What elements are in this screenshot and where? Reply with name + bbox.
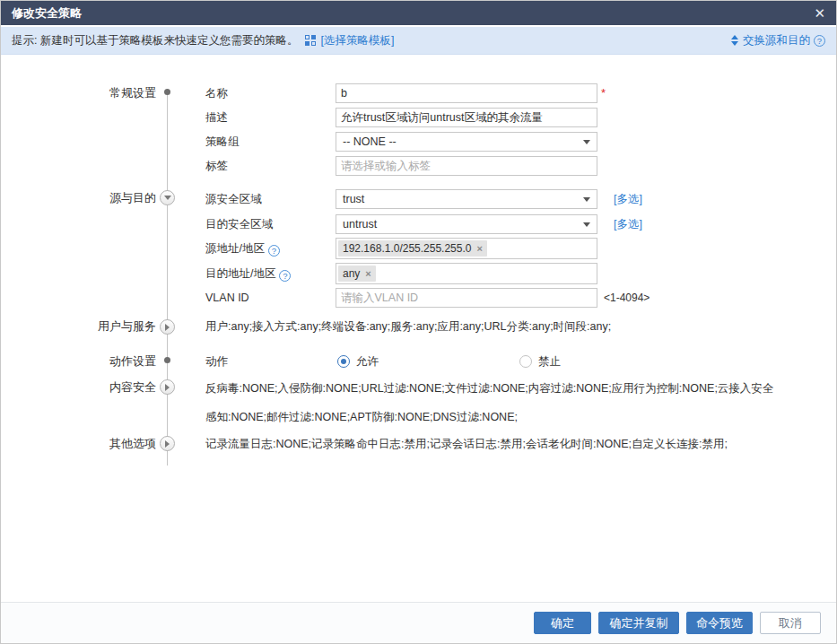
src-addr-label-text: 源地址/地区: [205, 242, 265, 255]
section-toggle-source-dest[interactable]: [160, 190, 175, 205]
radio-selected-icon: [337, 355, 350, 368]
triangle-right-icon: [165, 384, 170, 391]
src-zone-label: 源安全区域: [205, 189, 333, 209]
chevron-down-icon: [583, 222, 590, 227]
section-label-action: 动作设置: [53, 352, 156, 371]
dst-addr-label-text: 目的地址/地区: [205, 267, 275, 280]
dst-zone-multi-select-link[interactable]: [多选]: [614, 214, 642, 234]
swap-icon: [731, 35, 738, 46]
modify-security-policy-dialog: 修改安全策略 ✕ 提示: 新建时可以基于策略模板来快速定义您需要的策略。 [选择…: [0, 0, 837, 644]
dst-zone-label: 目的安全区域: [205, 214, 333, 234]
cancel-button[interactable]: 取消: [760, 612, 821, 634]
help-icon[interactable]: ?: [814, 35, 825, 47]
policy-group-label: 策略组: [205, 132, 333, 152]
name-label: 名称: [205, 83, 333, 103]
chevron-down-icon: [583, 197, 590, 202]
dialog-title: 修改安全策略: [12, 5, 82, 22]
user-service-summary: 用户:any;接入方式:any;终端设备:any;服务:any;应用:any;U…: [205, 317, 798, 336]
required-asterisk: *: [601, 83, 606, 103]
action-label: 动作: [205, 352, 333, 371]
triangle-right-icon: [165, 440, 170, 448]
dialog-titlebar: 修改安全策略 ✕: [1, 1, 836, 25]
section-label-content-security: 内容安全: [53, 378, 156, 397]
radio-unselected-icon: [519, 355, 532, 368]
hint-bar: 提示: 新建时可以基于策略模板来快速定义您需要的策略。 [选择策略模板] 交换源…: [1, 27, 836, 55]
dst-addr-input[interactable]: any ×: [336, 263, 597, 284]
content-security-summary: 反病毒:NONE;入侵防御:NONE;URL过滤:NONE;文件过滤:NONE;…: [205, 374, 784, 431]
allow-label: 允许: [356, 354, 379, 370]
dst-addr-chip: any ×: [338, 265, 376, 282]
other-options-summary: 记录流量日志:NONE;记录策略命中日志:禁用;记录会话日志:禁用;会话老化时间…: [205, 434, 798, 454]
section-bullet-action: [164, 357, 170, 363]
name-input[interactable]: [336, 83, 597, 103]
src-addr-label: 源地址/地区?: [205, 239, 333, 258]
vlan-label: VLAN ID: [205, 288, 333, 308]
deny-label: 禁止: [538, 354, 561, 370]
section-timeline: [167, 91, 168, 466]
chip-text: 192.168.1.0/255.255.255.0: [343, 242, 471, 255]
action-allow-radio[interactable]: 允许: [337, 354, 379, 369]
dst-addr-label: 目的地址/地区?: [205, 264, 333, 283]
src-zone-value: trust: [343, 193, 364, 205]
template-icon: [305, 35, 316, 46]
action-deny-radio[interactable]: 禁止: [519, 354, 561, 369]
ok-and-copy-button[interactable]: 确定并复制: [598, 612, 679, 634]
swap-source-dest-label: 交换源和目的: [743, 33, 810, 48]
section-toggle-user-service[interactable]: [160, 319, 175, 335]
section-label-user-service: 用户与服务: [53, 317, 156, 336]
section-label-source-dest: 源与目的: [53, 188, 156, 208]
section-label-general: 常规设置: [53, 83, 156, 103]
triangle-right-icon: [165, 324, 170, 331]
triangle-down-icon: [164, 196, 171, 200]
description-input[interactable]: [336, 108, 597, 127]
section-bullet-general: [164, 89, 170, 95]
section-toggle-content-security[interactable]: [160, 379, 175, 395]
vlan-input[interactable]: [336, 288, 597, 308]
policy-group-select[interactable]: -- NONE --: [336, 132, 597, 152]
dialog-footer: 确定 确定并复制 命令预览 取消: [1, 602, 836, 643]
swap-source-dest-control[interactable]: 交换源和目的 ?: [731, 33, 825, 48]
vlan-range-hint: <1-4094>: [604, 288, 650, 308]
section-label-other: 其他选项: [53, 434, 156, 454]
src-addr-input[interactable]: 192.168.1.0/255.255.255.0 ×: [336, 238, 597, 259]
src-addr-chip: 192.168.1.0/255.255.255.0 ×: [338, 240, 487, 257]
description-label: 描述: [205, 108, 333, 127]
command-preview-button[interactable]: 命令预览: [686, 612, 753, 634]
select-template-link[interactable]: [选择策略模板]: [320, 33, 394, 48]
chip-text: any: [343, 267, 360, 280]
remove-chip-icon[interactable]: ×: [365, 268, 371, 279]
remove-chip-icon[interactable]: ×: [476, 243, 482, 254]
tag-label: 标签: [205, 156, 333, 176]
hint-text: 提示: 新建时可以基于策略模板来快速定义您需要的策略。: [12, 33, 298, 48]
section-toggle-other[interactable]: [160, 436, 175, 451]
dst-zone-select[interactable]: untrust: [336, 214, 597, 234]
dst-zone-value: untrust: [343, 218, 377, 231]
chevron-down-icon: [583, 140, 590, 144]
src-zone-select[interactable]: trust: [336, 189, 597, 209]
ok-button[interactable]: 确定: [534, 612, 591, 634]
tag-input[interactable]: [336, 156, 597, 176]
policy-group-value: -- NONE --: [343, 135, 397, 148]
help-icon[interactable]: ?: [268, 245, 280, 257]
help-icon[interactable]: ?: [279, 270, 291, 282]
close-icon[interactable]: ✕: [814, 6, 825, 20]
src-zone-multi-select-link[interactable]: [多选]: [614, 189, 642, 209]
